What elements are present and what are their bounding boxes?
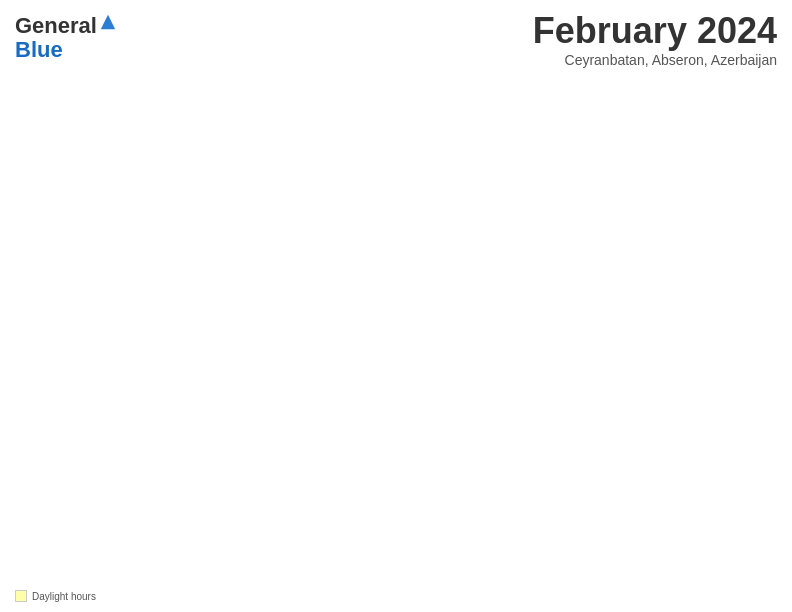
header: General Blue February 2024 Ceyranbatan, … (15, 10, 777, 68)
month-title: February 2024 (533, 10, 777, 52)
footer-legend: Daylight hours (15, 590, 96, 602)
legend-label: Daylight hours (32, 591, 96, 602)
title-area: February 2024 Ceyranbatan, Abseron, Azer… (533, 10, 777, 68)
calendar-table (15, 76, 777, 586)
footer: Daylight hours (15, 590, 777, 602)
logo: General Blue (15, 14, 117, 62)
logo-general-text: General (15, 14, 97, 38)
page: General Blue February 2024 Ceyranbatan, … (0, 0, 792, 612)
logo-blue-text: Blue (15, 38, 117, 62)
legend-box (15, 590, 27, 602)
location: Ceyranbatan, Abseron, Azerbaijan (533, 52, 777, 68)
logo-icon (99, 13, 117, 31)
svg-marker-0 (101, 15, 115, 29)
